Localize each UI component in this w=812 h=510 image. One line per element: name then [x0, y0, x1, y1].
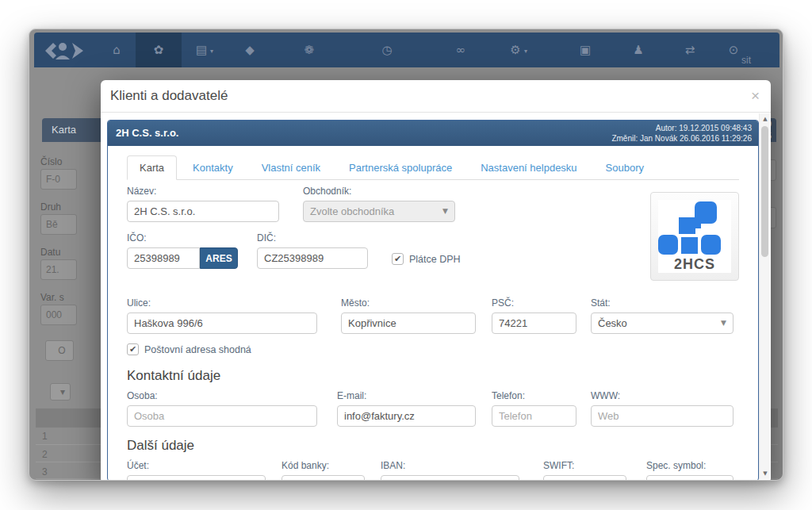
- swift-input[interactable]: [543, 475, 626, 481]
- obchodnik-selected-value: Zvolte obchodníka: [310, 205, 394, 217]
- clock-icon[interactable]: ◷: [380, 43, 394, 57]
- osoba-label: Osoba:: [127, 390, 317, 401]
- table-caret-icon: ▾: [210, 48, 213, 55]
- modal-header: Klienti a dodavatelé ×: [101, 80, 771, 113]
- kontaktni-udaje-heading: Kontaktní údaje: [127, 368, 739, 384]
- panel-heading: 2H C.S. s.r.o. Autor: 19.12.2015 09:48:4…: [108, 121, 758, 146]
- plant-icon[interactable]: ✿: [151, 43, 166, 57]
- spec-symbol-input[interactable]: [646, 475, 733, 481]
- ucet-label: Účet:: [127, 460, 266, 471]
- user-icon[interactable]: ♟: [631, 43, 645, 57]
- email-label: E-mail:: [337, 390, 476, 401]
- stat-selected-value: Česko: [598, 317, 627, 329]
- ulice-input[interactable]: [127, 313, 317, 334]
- background-field-label: Datu: [40, 247, 60, 258]
- dic-label: DIČ:: [257, 232, 368, 243]
- nazev-input[interactable]: [127, 201, 279, 222]
- background-row-number: 2: [42, 449, 48, 460]
- www-input[interactable]: [591, 405, 733, 427]
- top-navbar: ⌂ ✿ ▤ ▾ ◆ ❁ ◷ ∞ ⚙ ▾ ▣ ♟ ⇄ ⊙ sit: [34, 33, 779, 67]
- background-mini-dropdown: ▾: [50, 383, 71, 401]
- ares-button[interactable]: ARES: [200, 247, 238, 269]
- archive-icon[interactable]: ▣: [578, 43, 592, 57]
- platce-dph-checkbox[interactable]: ✔ Plátce DPH: [392, 253, 461, 265]
- platce-dph-label: Plátce DPH: [409, 254, 461, 265]
- clients-modal: Klienti a dodavatelé × ▲ ▼ 2H C.S. s.r.o…: [101, 80, 771, 481]
- spec-symbol-label: Spec. symbol:: [646, 460, 733, 471]
- tab-nastaveni-helpdesku[interactable]: Nastavení helpdesku: [468, 155, 589, 180]
- background-row-number: 1: [42, 431, 48, 442]
- company-logo-text: 2HCS: [658, 256, 731, 273]
- tab-vlastni-cenik[interactable]: Vlastní ceník: [249, 155, 333, 180]
- email-input[interactable]: [337, 405, 476, 427]
- background-field-input: Bě: [40, 214, 77, 235]
- background-field-label: Číslo: [40, 156, 62, 167]
- close-icon[interactable]: ×: [751, 87, 760, 105]
- modal-title: Klienti a dodavatelé: [110, 88, 228, 104]
- obchodnik-label: Obchodník:: [303, 186, 455, 197]
- ucet-input[interactable]: [127, 475, 266, 481]
- scroll-down-icon[interactable]: ▼: [760, 470, 771, 477]
- modal-scrollbar[interactable]: ▲ ▼: [759, 113, 770, 479]
- scrollbar-thumb[interactable]: [761, 126, 768, 257]
- obchodnik-select[interactable]: Zvolte obchodníka ▼: [303, 201, 455, 222]
- osoba-input[interactable]: [127, 405, 317, 427]
- author-line: Autor: 19.12.2015 09:48:43: [611, 123, 752, 133]
- client-detail-panel: 2H C.S. s.r.o. Autor: 19.12.2015 09:48:4…: [107, 120, 759, 481]
- background-field-input: 000: [40, 305, 77, 325]
- record-meta: Autor: 19.12.2015 09:48:43 Změnil: Jan N…: [611, 123, 752, 144]
- telefon-label: Telefon:: [492, 390, 576, 401]
- nazev-label: Název:: [127, 186, 279, 197]
- stat-select[interactable]: Česko ▼: [591, 313, 733, 334]
- mesto-label: Město:: [341, 297, 476, 309]
- telefon-input[interactable]: [492, 405, 576, 427]
- iban-label: IBAN:: [381, 460, 519, 471]
- dic-input[interactable]: [257, 247, 368, 269]
- stat-label: Stát:: [591, 297, 733, 309]
- panel-body: Karta Kontakty Vlastní ceník Partnerská …: [108, 146, 758, 481]
- ulice-label: Ulice:: [127, 297, 317, 309]
- drop-icon[interactable]: ◆: [243, 43, 257, 57]
- background-field-label: Druh: [40, 201, 61, 213]
- brand-logo-icon[interactable]: [45, 39, 85, 63]
- glasses-icon[interactable]: ∞: [454, 43, 468, 57]
- home-icon[interactable]: ⌂: [109, 43, 124, 57]
- tab-karta[interactable]: Karta: [127, 155, 177, 180]
- detail-tabs: Karta Kontakty Vlastní ceník Partnerská …: [127, 155, 739, 180]
- www-label: WWW:: [591, 390, 733, 401]
- background-field-input: 21.: [40, 259, 77, 280]
- background-row-number: 3: [42, 466, 48, 477]
- postovni-adresa-label: Poštovní adresa shodná: [144, 344, 251, 355]
- company-logo-image: 2HCS: [658, 200, 731, 273]
- table-icon[interactable]: ▤: [194, 43, 209, 57]
- leaf-icon[interactable]: ❁: [302, 43, 316, 57]
- iban-input[interactable]: [381, 475, 519, 481]
- psc-label: PSČ:: [492, 297, 576, 309]
- mesto-input[interactable]: [341, 313, 476, 334]
- psc-input[interactable]: [492, 313, 576, 334]
- client-name-title: 2H C.S. s.r.o.: [116, 121, 178, 146]
- dalsi-udaje-heading: Další údaje: [127, 438, 739, 454]
- checkmark-icon: ✔: [392, 253, 404, 265]
- client-form: 2HCS Název: Obchodník: Zvolte obchodníka: [127, 186, 739, 481]
- checkmark-icon: ✔: [127, 343, 139, 355]
- logout-label-partial: sit: [741, 55, 751, 66]
- scroll-up-icon[interactable]: ▲: [760, 116, 771, 122]
- power-icon[interactable]: ⊙: [726, 43, 741, 57]
- tab-kontakty[interactable]: Kontakty: [180, 155, 246, 180]
- ico-input[interactable]: [127, 247, 200, 269]
- tab-partnerska-spoluprace[interactable]: Partnerská spolupráce: [336, 155, 465, 180]
- swift-label: SWIFT:: [543, 460, 626, 471]
- kod-banky-input[interactable]: [282, 475, 365, 481]
- chevron-down-icon: ▼: [442, 201, 448, 221]
- changed-line: Změnil: Jan Novák 26.06.2016 11:29:26: [611, 133, 752, 144]
- company-logo: 2HCS: [650, 192, 739, 281]
- shuffle-icon[interactable]: ⇄: [683, 43, 697, 57]
- gear-icon[interactable]: ⚙: [508, 43, 523, 57]
- chevron-down-icon: ▼: [721, 313, 726, 333]
- background-field-input: F-0: [40, 169, 77, 190]
- ico-label: IČO:: [127, 232, 238, 243]
- background-button: O: [45, 340, 74, 361]
- postovni-adresa-checkbox[interactable]: ✔ Poštovní adresa shodná: [127, 343, 739, 355]
- tab-soubory[interactable]: Soubory: [593, 155, 657, 180]
